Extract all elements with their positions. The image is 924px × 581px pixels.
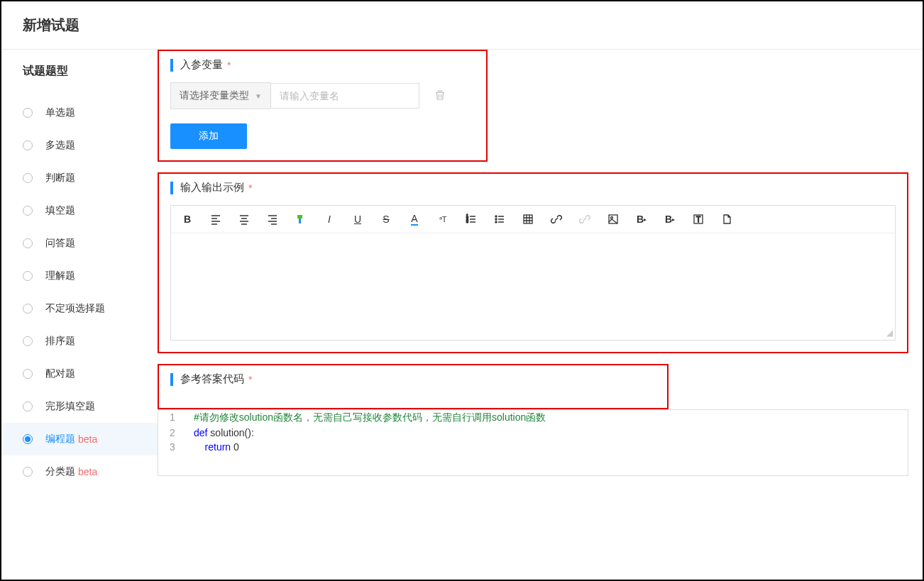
image-icon[interactable] <box>607 213 620 226</box>
accent-bar <box>170 373 173 386</box>
align-center-icon[interactable] <box>238 213 251 226</box>
add-button[interactable]: 添加 <box>170 123 247 149</box>
italic-icon[interactable]: I <box>323 213 336 226</box>
line-number: 3 <box>158 440 187 454</box>
section-io-example: 输入输出示例 * B I U S A ᵃT 123 <box>158 172 908 353</box>
accent-bar <box>170 182 173 194</box>
radio-icon <box>23 206 33 216</box>
type-label: 判断题 <box>45 172 75 184</box>
delete-icon[interactable] <box>434 89 446 104</box>
svg-text:3: 3 <box>466 219 468 223</box>
sidebar-item-type-8[interactable]: 配对题 <box>23 358 150 390</box>
svg-point-7 <box>495 221 497 223</box>
question-type-list: 单选题多选题判断题填空题问答题理解题不定项选择题排序题配对题完形填空题编程题 b… <box>23 96 150 488</box>
required-asterisk: * <box>248 182 252 194</box>
bold-alt2-icon[interactable]: B▸ <box>664 213 676 226</box>
type-label: 分类题 <box>45 465 75 478</box>
line-number: 1 <box>158 410 187 426</box>
ordered-list-icon[interactable]: 123 <box>465 213 478 226</box>
radio-icon <box>23 402 33 411</box>
table-icon[interactable] <box>522 213 534 226</box>
unlink-icon[interactable] <box>578 213 591 226</box>
type-label: 配对题 <box>45 367 75 380</box>
radio-icon <box>23 173 33 183</box>
radio-icon <box>23 467 33 477</box>
section-title: 参考答案代码 <box>180 372 244 386</box>
font-color-icon[interactable]: A <box>408 213 421 226</box>
code-line: 1 #请勿修改solution函数名，无需自己写接收参数代码，无需自行调用sol… <box>158 410 908 426</box>
strikethrough-icon[interactable]: S <box>380 213 392 226</box>
sidebar-item-type-4[interactable]: 问答题 <box>23 227 150 260</box>
code-keyword: return <box>205 441 231 453</box>
radio-icon <box>23 369 33 379</box>
sidebar-title: 试题题型 <box>23 64 150 79</box>
svg-point-6 <box>495 218 497 220</box>
editor-content-area[interactable]: ◢ <box>171 233 895 340</box>
link-icon[interactable] <box>550 213 563 226</box>
content-area: 试题题型 单选题多选题判断题填空题问答题理解题不定项选择题排序题配对题完形填空题… <box>1 50 923 578</box>
type-label: 排序题 <box>45 335 75 348</box>
accent-bar <box>170 59 173 72</box>
bold-alt-icon[interactable]: B▸ <box>635 213 648 226</box>
sidebar-item-type-11[interactable]: 分类题 beta <box>23 455 150 488</box>
code-comment: #请勿修改solution函数名，无需自己写接收参数代码，无需自行调用solut… <box>194 411 546 423</box>
section-header: 入参变量 * <box>170 58 475 72</box>
select-placeholder: 请选择变量类型 <box>180 89 249 102</box>
text-box-icon[interactable]: T <box>692 213 705 226</box>
sidebar-item-type-0[interactable]: 单选题 <box>23 96 150 129</box>
radio-icon <box>23 108 33 118</box>
sidebar-item-type-3[interactable]: 填空题 <box>23 194 150 227</box>
sidebar-item-type-5[interactable]: 理解题 <box>23 260 150 292</box>
radio-icon <box>23 140 33 150</box>
code-editor[interactable]: 1 #请勿修改solution函数名，无需自己写接收参数代码，无需自行调用sol… <box>158 409 908 476</box>
sidebar-item-type-2[interactable]: 判断题 <box>23 162 150 194</box>
resize-handle-icon[interactable]: ◢ <box>886 328 893 338</box>
page-header: 新增试题 <box>1 1 923 50</box>
radio-icon <box>23 238 33 248</box>
svg-point-10 <box>611 217 613 219</box>
variable-type-select[interactable]: 请选择变量类型 ▼ <box>170 82 270 109</box>
type-label: 不定项选择题 <box>45 302 105 315</box>
code-text: solution(): <box>207 427 253 438</box>
editor-toolbar: B I U S A ᵃT 123 <box>171 206 895 233</box>
type-label: 问答题 <box>45 237 75 250</box>
sidebar: 试题题型 单选题多选题判断题填空题问答题理解题不定项选择题排序题配对题完形填空题… <box>1 50 150 578</box>
format-painter-icon[interactable] <box>295 213 307 226</box>
line-number: 2 <box>158 426 187 440</box>
page-title: 新增试题 <box>23 16 901 35</box>
radio-icon <box>23 434 33 444</box>
sidebar-item-type-1[interactable]: 多选题 <box>23 129 150 162</box>
beta-tag: beta <box>78 466 97 477</box>
radio-icon <box>23 271 33 281</box>
code-text: 0 <box>231 441 239 453</box>
align-left-icon[interactable] <box>209 213 222 226</box>
font-size-icon[interactable]: ᵃT <box>436 213 449 226</box>
sidebar-item-type-10[interactable]: 编程题 beta <box>1 423 158 455</box>
main-panel: 入参变量 * 请选择变量类型 ▼ 添加 <box>150 50 923 578</box>
svg-point-5 <box>495 216 497 217</box>
rich-text-editor: B I U S A ᵃT 123 <box>170 205 896 341</box>
sidebar-item-type-6[interactable]: 不定项选择题 <box>23 292 150 325</box>
type-label: 填空题 <box>45 204 75 217</box>
align-right-icon[interactable] <box>266 213 279 226</box>
section-title: 入参变量 <box>180 58 223 72</box>
code-keyword: def <box>194 427 207 438</box>
type-label: 多选题 <box>45 139 75 152</box>
section-header: 参考答案代码 * <box>170 372 656 386</box>
bold-icon[interactable]: B <box>181 213 194 226</box>
radio-icon <box>23 336 33 346</box>
code-line: 3 return 0 <box>158 440 908 454</box>
svg-rect-1 <box>299 218 301 223</box>
svg-rect-0 <box>297 215 302 218</box>
app-frame: 新增试题 试题题型 单选题多选题判断题填空题问答题理解题不定项选择题排序题配对题… <box>0 0 924 581</box>
svg-text:T: T <box>696 216 700 223</box>
sidebar-item-type-7[interactable]: 排序题 <box>23 325 150 358</box>
underline-icon[interactable]: U <box>351 213 364 226</box>
svg-rect-8 <box>524 215 532 223</box>
unordered-list-icon[interactable] <box>493 213 506 226</box>
code-line: 2 def solution(): <box>158 426 908 440</box>
sidebar-item-type-9[interactable]: 完形填空题 <box>23 390 150 423</box>
section-title: 输入输出示例 <box>180 181 244 194</box>
variable-name-input[interactable] <box>270 83 419 109</box>
file-icon[interactable] <box>720 213 733 226</box>
